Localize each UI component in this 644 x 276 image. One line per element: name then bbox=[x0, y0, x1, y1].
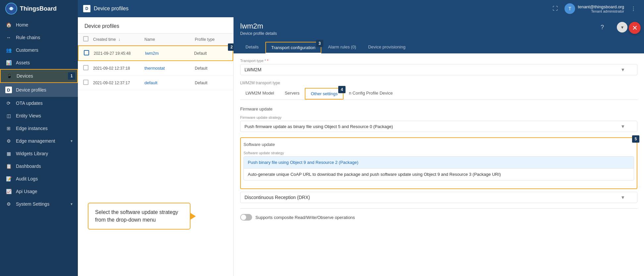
top-bar: D Device profiles ⛶ T tenant@thingsboard… bbox=[78, 0, 644, 17]
tab-transport[interactable]: Transport configuration 3 bbox=[265, 42, 321, 53]
sidebar-item-assets[interactable]: 📊 Assets bbox=[0, 56, 78, 69]
table-row[interactable]: 2021-09-02 12:37:17 default Default bbox=[78, 76, 233, 90]
sidebar-item-rule-chains[interactable]: ↔ Rule chains bbox=[0, 31, 78, 44]
dropdown-option-auto-coap[interactable]: Auto-generate unique CoAP URL to downloa… bbox=[244, 169, 634, 180]
avatar[interactable]: T bbox=[564, 3, 575, 14]
assets-icon: 📊 bbox=[5, 60, 12, 65]
lwm2m-transport-label: LWM2M transport type bbox=[240, 81, 637, 85]
firmware-strategy-label: Firmware update strategy bbox=[240, 115, 637, 119]
row-checkbox-2[interactable] bbox=[83, 65, 93, 71]
software-strategy-label: Software update strategy bbox=[243, 151, 634, 155]
composite-toggle-row: Supports composite Read/Write/Observe op… bbox=[240, 214, 637, 221]
detail-title: lwm2m bbox=[240, 22, 277, 31]
app-name: ThingsBoard bbox=[20, 5, 57, 12]
detail-subtitle: Device profile details bbox=[240, 31, 277, 36]
sidebar-nav: 🏠 Home ↔ Rule chains 👥 Customers 📊 Asset… bbox=[0, 17, 78, 276]
table-row[interactable]: 2021-09-02 12:37:18 thermostat Default bbox=[78, 61, 233, 76]
firmware-strategy-select[interactable]: Push firmware update as binary file usin… bbox=[240, 121, 637, 132]
table-header: Created time ↓ Name Profile type bbox=[78, 34, 233, 45]
tab-alarm-rules[interactable]: Alarm rules (0) bbox=[323, 42, 361, 53]
fullscreen-button[interactable]: ⛶ bbox=[550, 3, 561, 14]
row-profile-2: Default bbox=[195, 66, 228, 71]
system-settings-arrow: ▾ bbox=[71, 202, 73, 206]
rule-chains-icon: ↔ bbox=[5, 35, 12, 40]
sidebar-item-dashboards[interactable]: 📋 Dashboards bbox=[0, 160, 78, 172]
tab-details[interactable]: Details bbox=[240, 42, 264, 53]
sidebar-item-edge-management[interactable]: ⚙ Edge management ▾ bbox=[0, 135, 78, 147]
section-divider bbox=[240, 208, 637, 209]
sidebar-item-entity-views[interactable]: ◫ Entity Views bbox=[0, 109, 78, 122]
user-info: tenant@thingsboard.org Tenant administra… bbox=[578, 4, 624, 13]
row-checkbox-3[interactable] bbox=[83, 80, 93, 86]
sidebar-item-edge-instances[interactable]: ⊞ Edge instances bbox=[0, 122, 78, 135]
list-panel-header: Device profiles bbox=[78, 17, 233, 34]
drx-select[interactable]: Discontinuous Reception (DRX) ▼ bbox=[240, 192, 637, 203]
edge-instances-icon: ⊞ bbox=[5, 126, 12, 131]
top-bar-right: ⛶ T tenant@thingsboard.org Tenant admini… bbox=[550, 3, 639, 14]
annotation-badge-4: 4 bbox=[338, 86, 346, 93]
devices-icon: 📱 bbox=[6, 73, 13, 79]
annotation-badge-5: 5 bbox=[632, 135, 639, 143]
drx-label: Discontinuous Reception (DRX) bbox=[244, 195, 310, 200]
row-date-1: 2021-09-27 19:45:48 bbox=[94, 51, 145, 56]
sidebar-item-api-usage[interactable]: 📈 Api Usage bbox=[0, 185, 78, 198]
detail-body: Transport type * LWM2M ▼ LWM2M transport… bbox=[234, 53, 644, 276]
lwm2m-tab-model[interactable]: LWM2M Model bbox=[240, 88, 279, 100]
row-profile-1: Default bbox=[194, 51, 227, 56]
sidebar-item-system-settings[interactable]: ⚙ System Settings ▾ bbox=[0, 198, 78, 210]
firmware-strategy-group: Firmware update strategy Push firmware u… bbox=[240, 115, 637, 132]
th-created-time: Created time ↓ bbox=[93, 37, 144, 42]
lwm2m-tab-other[interactable]: Other settings 4 bbox=[305, 88, 344, 100]
sidebar-item-devices[interactable]: 📱 Devices 1 bbox=[0, 69, 78, 83]
row-name-3[interactable]: default bbox=[144, 80, 195, 85]
help-button[interactable]: ? bbox=[597, 22, 608, 33]
close-button[interactable]: ✕ bbox=[629, 22, 641, 34]
ota-icon: ⟳ bbox=[5, 101, 12, 106]
sidebar-item-widgets-library[interactable]: ▦ Widgets Library bbox=[0, 147, 78, 160]
detail-icons: ? bbox=[597, 22, 608, 33]
detail-panel: ▾ ✕ lwm2m Device profile details ? bbox=[234, 17, 644, 276]
more-button[interactable]: ⋮ bbox=[628, 3, 639, 14]
page-icon: D bbox=[83, 5, 90, 12]
row-checkbox-1[interactable] bbox=[84, 50, 94, 56]
lwm2m-tab-config[interactable]: n Config Profile Device bbox=[344, 88, 398, 100]
annotation-badge-3: 3 bbox=[316, 40, 323, 47]
logo-icon bbox=[5, 3, 17, 15]
composite-toggle[interactable] bbox=[240, 214, 252, 221]
transport-type-select[interactable]: LWM2M ▼ bbox=[240, 64, 637, 75]
customers-icon: 👥 bbox=[5, 47, 12, 53]
tab-device-provisioning[interactable]: Device provisioning bbox=[363, 42, 411, 53]
scroll-up-button[interactable]: ▾ bbox=[617, 22, 627, 33]
top-bar-left: D Device profiles bbox=[83, 5, 129, 12]
sort-icon[interactable]: ↓ bbox=[118, 37, 120, 42]
transport-type-arrow: ▼ bbox=[620, 67, 625, 72]
detail-tabs: Details Transport configuration 3 Alarm … bbox=[234, 42, 644, 53]
user-section: T tenant@thingsboard.org Tenant administ… bbox=[564, 3, 624, 14]
table-row[interactable]: 2021-09-27 19:45:48 lwm2m Default 2 bbox=[78, 45, 233, 61]
th-profile-type: Profile type bbox=[195, 37, 228, 42]
content-area: Device profiles Created time ↓ Name Prof… bbox=[78, 17, 644, 276]
system-settings-icon: ⚙ bbox=[5, 201, 12, 207]
row-name-1[interactable]: lwm2m bbox=[145, 51, 194, 56]
sidebar-item-audit-logs[interactable]: 📝 Audit Logs bbox=[0, 172, 78, 185]
sidebar-item-device-profiles[interactable]: D Device profiles bbox=[0, 83, 78, 97]
home-icon: 🏠 bbox=[5, 22, 12, 28]
header-checkbox[interactable] bbox=[83, 36, 88, 41]
dropdown-option-push-binary[interactable]: Push binary file using Object 9 and Reso… bbox=[244, 157, 634, 168]
sidebar-item-ota-updates[interactable]: ⟳ OTA updates bbox=[0, 97, 78, 109]
firmware-section-title: Firmware update bbox=[240, 105, 637, 111]
software-strategy-dropdown: Push binary file using Object 9 and Reso… bbox=[243, 156, 634, 180]
sidebar-item-home[interactable]: 🏠 Home bbox=[0, 19, 78, 31]
app-logo[interactable]: ThingsBoard bbox=[0, 0, 78, 17]
th-name: Name bbox=[144, 37, 195, 42]
lwm2m-tab-servers[interactable]: Servers bbox=[279, 88, 305, 100]
sidebar: ThingsBoard 🏠 Home ↔ Rule chains 👥 Custo… bbox=[0, 0, 78, 276]
api-usage-icon: 📈 bbox=[5, 189, 12, 194]
edge-management-icon: ⚙ bbox=[5, 138, 12, 144]
sidebar-item-customers[interactable]: 👥 Customers bbox=[0, 44, 78, 56]
row-name-2[interactable]: thermostat bbox=[144, 66, 195, 71]
row-profile-3: Default bbox=[195, 81, 228, 85]
detail-header: lwm2m Device profile details ? bbox=[234, 17, 644, 42]
drx-group: Discontinuous Reception (DRX) ▼ bbox=[240, 192, 637, 203]
device-profiles-icon: D bbox=[5, 87, 12, 93]
